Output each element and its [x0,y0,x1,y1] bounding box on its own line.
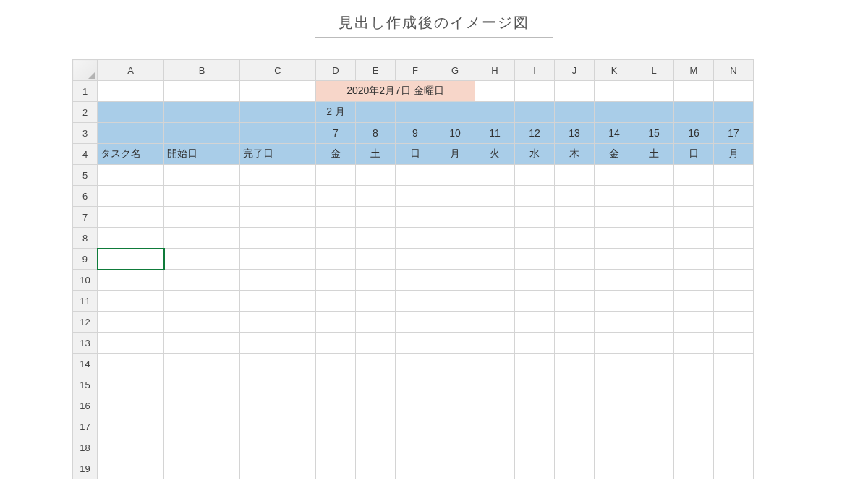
cell[interactable] [396,249,435,270]
row-header[interactable]: 18 [73,437,98,458]
cell[interactable] [98,228,164,249]
cell[interactable] [674,354,714,374]
cell[interactable] [475,395,515,416]
cell[interactable] [435,458,475,479]
cell[interactable] [674,102,714,123]
row-header[interactable]: 2 [73,102,98,123]
cell[interactable] [316,186,356,207]
cell[interactable] [634,374,674,395]
cell[interactable] [316,354,356,374]
cell[interactable] [240,312,316,333]
cell[interactable] [164,291,240,312]
cell[interactable] [555,291,595,312]
cell[interactable] [595,270,634,291]
cell[interactable] [240,374,316,395]
cell[interactable] [555,249,595,270]
cell[interactable] [435,186,475,207]
cell[interactable] [475,102,515,123]
cell[interactable] [634,354,674,374]
day-number-cell[interactable]: 17 [714,123,754,144]
cell[interactable] [515,291,555,312]
cell[interactable] [435,395,475,416]
cell[interactable] [634,102,674,123]
cell[interactable] [98,123,164,144]
cell[interactable] [316,207,356,228]
cell[interactable] [515,186,555,207]
cell[interactable] [98,374,164,395]
cell[interactable] [98,270,164,291]
cell[interactable] [475,249,515,270]
cell[interactable] [356,207,396,228]
cell[interactable] [515,333,555,354]
cell[interactable] [356,270,396,291]
cell[interactable] [515,81,555,102]
cell[interactable] [164,207,240,228]
cell[interactable] [316,416,356,437]
cell[interactable] [515,312,555,333]
cell[interactable] [98,186,164,207]
cell[interactable] [240,354,316,374]
weekday-cell[interactable]: 金 [316,144,356,165]
cell[interactable] [98,416,164,437]
day-number-cell[interactable]: 15 [634,123,674,144]
cell[interactable] [674,458,714,479]
cell[interactable] [634,81,674,102]
cell[interactable] [164,333,240,354]
cell[interactable] [555,165,595,186]
cell[interactable] [555,354,595,374]
cell[interactable] [396,354,435,374]
cell[interactable] [674,437,714,458]
cell[interactable] [240,395,316,416]
cell[interactable] [515,249,555,270]
cell[interactable] [240,458,316,479]
cell[interactable] [98,207,164,228]
cell[interactable] [435,228,475,249]
cell[interactable] [475,207,515,228]
cell[interactable] [356,228,396,249]
cell[interactable] [356,395,396,416]
cell[interactable] [240,437,316,458]
cell[interactable] [396,333,435,354]
weekday-cell[interactable]: 金 [595,144,634,165]
cell[interactable] [435,333,475,354]
cell[interactable] [475,270,515,291]
cell[interactable] [674,81,714,102]
cell[interactable] [164,374,240,395]
cell[interactable] [674,333,714,354]
cell[interactable] [515,354,555,374]
cell[interactable] [240,102,316,123]
cell[interactable] [595,165,634,186]
cell[interactable] [515,416,555,437]
cell[interactable] [240,186,316,207]
cell[interactable] [316,458,356,479]
cell[interactable] [595,458,634,479]
cell[interactable] [475,354,515,374]
cell[interactable] [164,312,240,333]
cell[interactable] [595,312,634,333]
cell[interactable] [164,416,240,437]
weekday-cell[interactable]: 月 [435,144,475,165]
cell[interactable] [240,249,316,270]
weekday-cell[interactable]: 日 [396,144,435,165]
cell[interactable] [435,291,475,312]
row-header[interactable]: 9 [73,249,98,270]
cell[interactable] [595,416,634,437]
cell[interactable] [674,207,714,228]
day-number-cell[interactable]: 16 [674,123,714,144]
row-header[interactable]: 19 [73,458,98,479]
cell[interactable] [356,333,396,354]
cell[interactable] [595,102,634,123]
col-header[interactable]: B [164,60,240,81]
day-number-cell[interactable]: 9 [396,123,435,144]
cell[interactable] [674,416,714,437]
cell[interactable] [316,374,356,395]
row-header[interactable]: 8 [73,228,98,249]
cell[interactable] [356,374,396,395]
cell[interactable] [595,395,634,416]
cell[interactable] [515,458,555,479]
cell[interactable] [396,102,435,123]
col-header[interactable]: G [435,60,475,81]
cell[interactable] [316,291,356,312]
row-header[interactable]: 14 [73,354,98,374]
cell[interactable] [475,458,515,479]
